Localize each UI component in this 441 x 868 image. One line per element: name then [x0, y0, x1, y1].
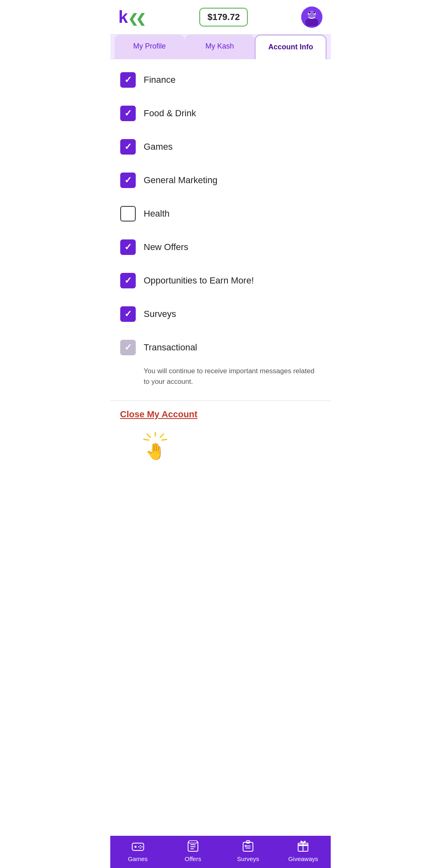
tab-my-kash[interactable]: My Kash: [185, 35, 255, 59]
logo: k ❮ ❮: [119, 9, 146, 26]
logo-arrow-right: ❮: [136, 13, 146, 25]
checkmark-icon: ✓: [124, 243, 132, 252]
checkbox-label-transactional: Transactional: [144, 342, 197, 353]
checkbox-label-food-drink: Food & Drink: [144, 108, 196, 119]
checkbox-food-drink[interactable]: ✓: [120, 106, 136, 121]
checkbox-item-health[interactable]: Health: [120, 197, 321, 230]
svg-line-10: [144, 439, 149, 440]
checkbox-games[interactable]: ✓: [120, 139, 136, 155]
checkbox-label-new-offers: New Offers: [144, 242, 189, 252]
checkbox-item-surveys[interactable]: ✓ Surveys: [120, 297, 321, 331]
checkbox-list: ✓ Finance ✓ Food & Drink ✓ Games ✓ Gener…: [110, 59, 331, 397]
tab-account-info[interactable]: Account Info: [255, 35, 326, 60]
avatar[interactable]: [301, 7, 322, 28]
checkmark-icon: ✓: [124, 109, 132, 118]
checkbox-label-finance: Finance: [144, 75, 176, 85]
checkmark-icon: ✓: [124, 142, 132, 151]
svg-line-8: [147, 434, 150, 437]
checkmark-icon: ✓: [124, 75, 132, 84]
checkmark-icon: ✓: [124, 276, 132, 285]
checkbox-item-games[interactable]: ✓ Games: [120, 130, 321, 164]
checkmark-icon: ✓: [124, 310, 132, 319]
checkbox-item-finance[interactable]: ✓ Finance: [120, 63, 321, 97]
checkbox-label-surveys: Surveys: [144, 309, 176, 319]
section-divider: [110, 401, 331, 401]
checkbox-surveys[interactable]: ✓: [120, 306, 136, 322]
checkbox-label-health: Health: [144, 208, 170, 219]
checkmark-icon: ✓: [124, 343, 132, 352]
checkmark-icon: ✓: [124, 176, 132, 185]
checkbox-label-opportunities: Opportunities to Earn More!: [144, 275, 254, 286]
balance-display: $179.72: [199, 8, 248, 27]
checkbox-opportunities[interactable]: ✓: [120, 273, 136, 288]
transactional-note: You will continue to receive important m…: [120, 364, 321, 393]
checkbox-label-games: Games: [144, 142, 173, 152]
tabs: My Profile My Kash Account Info: [110, 35, 331, 59]
checkbox-item-opportunities[interactable]: ✓ Opportunities to Earn More!: [120, 264, 321, 297]
checkbox-item-transactional: ✓ Transactional: [120, 331, 321, 364]
svg-point-6: [313, 12, 315, 13]
checkbox-general-marketing[interactable]: ✓: [120, 173, 136, 188]
checkbox-new-offers[interactable]: ✓: [120, 239, 136, 255]
cursor-indicator: 🤚: [110, 432, 331, 469]
checkbox-finance[interactable]: ✓: [120, 72, 136, 88]
hand-pointer-icon: 🤚: [145, 442, 165, 461]
header: k ❮ ❮ $179.72: [110, 0, 331, 35]
logo-k: k: [119, 9, 128, 26]
close-account-link[interactable]: Close My Account: [120, 409, 198, 420]
checkbox-transactional: ✓: [120, 340, 136, 355]
svg-line-9: [160, 434, 163, 437]
checkbox-health[interactable]: [120, 206, 136, 221]
checkbox-item-general-marketing[interactable]: ✓ General Marketing: [120, 164, 321, 197]
tab-my-profile[interactable]: My Profile: [115, 35, 185, 59]
svg-point-5: [309, 12, 310, 13]
checkbox-item-food-drink[interactable]: ✓ Food & Drink: [120, 97, 321, 130]
checkbox-label-general-marketing: General Marketing: [144, 175, 218, 186]
svg-line-11: [162, 439, 167, 440]
svg-rect-4: [305, 19, 318, 26]
checkbox-item-new-offers[interactable]: ✓ New Offers: [120, 230, 321, 264]
content-area: ✓ Finance ✓ Food & Drink ✓ Games ✓ Gener…: [110, 59, 331, 510]
